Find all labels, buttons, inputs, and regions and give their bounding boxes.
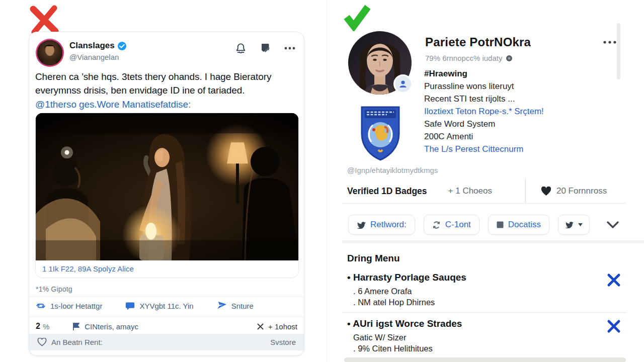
profile-actions-row: Retlword: C-1ont Docatiss <box>348 215 590 235</box>
tweet-link[interactable]: @1therso ges.Wore Manatisefatdise: <box>35 98 300 111</box>
blue-x-icon <box>607 319 621 333</box>
heart-outline-icon <box>37 338 47 346</box>
green-check-mark-icon <box>343 3 372 31</box>
share-icon <box>217 301 227 310</box>
profile-handle[interactable]: @Ignp/ehtayiklotmydtkmgs <box>347 166 438 174</box>
divider <box>29 297 304 297</box>
more-options-icon[interactable] <box>284 46 296 50</box>
bio-link[interactable]: The L/s Perest Cittecnurm <box>424 143 625 155</box>
bio-line: Safe Word System <box>424 118 625 130</box>
bell-icon[interactable] <box>235 42 247 54</box>
bird-icon <box>357 221 366 229</box>
menu-item-sub: . 6 Amere Orafa <box>353 286 412 297</box>
footer-right-label[interactable]: Svstore <box>270 338 296 346</box>
profile-name: Pariete PotrNOkra <box>425 35 531 49</box>
menu-item-title: AUri igst Worce Strades <box>347 318 462 329</box>
retweet-action[interactable]: 1s-loor Hetattgr <box>36 301 102 311</box>
refresh-icon <box>432 221 441 229</box>
stats-divider <box>525 178 526 204</box>
divider <box>342 203 626 204</box>
flagged-label[interactable]: CINteris, amayc <box>72 322 138 331</box>
divider <box>342 312 626 313</box>
choeos-stat[interactable]: + 1 Choeos <box>448 186 492 196</box>
comment-icon <box>125 301 135 311</box>
menu-item-sub: . NM atel Hop Dhirnes <box>353 297 435 308</box>
stats-unit: % <box>43 322 49 331</box>
tweet-handle[interactable]: @Vianangelan <box>69 53 119 61</box>
bottom-divider <box>344 357 626 362</box>
heart-icon <box>541 187 551 196</box>
avatar-photo <box>37 40 62 65</box>
profile-meta: 79% 6rnnopcc% iudaty <box>425 54 513 62</box>
profile-stats-row: Verified 1D Badges + 1 Choeos 20 Fornnro… <box>347 183 607 199</box>
tweet-card: Clanslages @Vianangelan Cheren ca ’she h… <box>29 32 304 356</box>
menu-item-sub: . 9% Citen Helithitues <box>353 343 433 354</box>
shield-badge-image <box>358 103 403 162</box>
section-divider <box>342 240 644 243</box>
remove-item-button[interactable] <box>607 273 621 287</box>
tweet-text: Cheren ca ’she hqs. 3tets thery ohands. … <box>35 70 300 97</box>
bookmark-icon[interactable] <box>260 43 271 54</box>
footer-like[interactable]: An Beatn Rent: <box>37 338 103 346</box>
tweet-author[interactable]: Clanslages <box>69 41 127 51</box>
tweet-stats-row: 2 % CINteris, amayc + 1ohost <box>36 320 297 332</box>
avatar-verification-badge <box>393 74 413 94</box>
close-icon <box>257 323 264 330</box>
red-x-mark-icon <box>28 5 60 35</box>
tweet-photo-card[interactable]: 1 1Ik F22, 89A Spolyz Alice <box>35 113 299 278</box>
square-icon <box>497 221 504 228</box>
retweet-icon <box>36 301 46 311</box>
globe-icon <box>506 55 513 62</box>
retlword-button[interactable]: Retlword: <box>348 215 415 235</box>
flag-icon <box>72 322 80 331</box>
person-lock-icon <box>398 79 408 88</box>
caret-down-icon <box>578 223 583 226</box>
bird-dropdown-button[interactable] <box>558 215 590 235</box>
chont-button[interactable]: C-1ont <box>424 215 479 235</box>
profile-bio: #Hraewing Purassline wons literuyt Recen… <box>424 67 625 155</box>
share-action[interactable]: Snture <box>217 301 254 310</box>
blue-x-icon <box>607 273 621 287</box>
likes-stat[interactable]: 20 Fornnross <box>541 186 607 196</box>
bio-hashtag[interactable]: #Hraewing <box>424 67 625 80</box>
bio-line: 200C Amenti <box>424 130 625 143</box>
menu-title: Dring Menu <box>347 253 400 264</box>
profile-more-options-icon[interactable] <box>603 40 617 44</box>
tweet-photo <box>36 113 299 260</box>
tweet-note: *1% Gipotg <box>36 285 72 293</box>
bio-link[interactable]: Iloztiext Teton Rope-s.* Srçtem! <box>424 105 625 118</box>
tweet-footer: An Beatn Rent: Svstore <box>29 334 304 350</box>
bio-line: Purassline wons literuyt <box>424 80 625 93</box>
chevron-down-icon[interactable] <box>607 221 619 228</box>
tweet-avatar[interactable] <box>36 39 64 67</box>
divider <box>29 317 304 317</box>
tweet-actions: 1s-loor Hetattgr XYVgbt 11c. Yin Snture <box>36 301 254 311</box>
photo-caption: 1 1Ik F22, 89A Spolyz Alice <box>36 260 298 278</box>
remove-item-button[interactable] <box>607 319 621 333</box>
bio-line: Recent STI test rijolts ... <box>424 93 625 105</box>
tweet-body: Cheren ca ’she hqs. 3tets thery ohands. … <box>35 70 300 111</box>
panel-divider <box>327 0 327 362</box>
stats-count: 2 <box>36 322 40 331</box>
comment-action[interactable]: XYVgbt 11c. Yin <box>125 301 193 311</box>
mute-control[interactable]: + 1ohost <box>257 322 297 331</box>
docatiss-button[interactable]: Docatiss <box>488 215 549 235</box>
verified-badge-icon <box>117 41 127 51</box>
bird-icon <box>565 221 574 228</box>
menu-item-sub: Gatic W/ Sizer <box>353 332 406 343</box>
menu-item-title: Harrasty Porlage Sauqes <box>347 272 466 283</box>
verified-badges-label: Verified 1D Badges <box>347 186 427 197</box>
